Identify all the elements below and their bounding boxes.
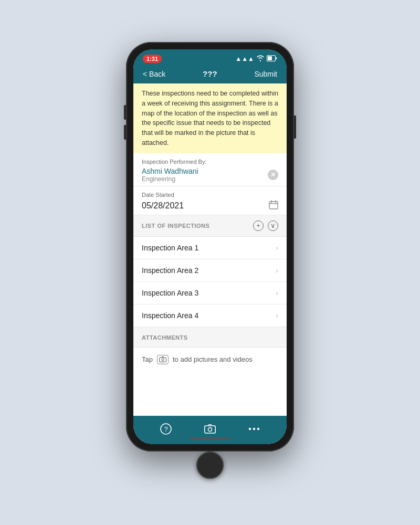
camera-button[interactable] — [202, 421, 218, 437]
svg-point-10 — [253, 428, 255, 430]
help-button[interactable]: ? — [158, 421, 174, 437]
phone-device: 1:31 ▲▲▲ — [126, 42, 294, 452]
inspector-label: Inspection Performed By: — [142, 159, 278, 165]
attachments-content: Tap to add pictures and videos — [133, 348, 287, 372]
inspection-item-label: Inspection Area 2 — [142, 266, 198, 275]
inspector-field: Inspection Performed By: Ashmi Wadhwani … — [133, 153, 287, 186]
svg-point-11 — [257, 428, 259, 430]
submit-button[interactable]: Submit — [254, 70, 277, 78]
status-bar: 1:31 ▲▲▲ — [133, 49, 287, 66]
inspection-item-label: Inspection Area 1 — [142, 244, 198, 252]
inspection-item[interactable]: Inspection Area 3 › — [133, 282, 287, 304]
add-inspection-button[interactable]: + — [253, 220, 264, 231]
wifi-icon — [257, 55, 264, 63]
attachments-title: ATTACHMENTS — [142, 334, 188, 341]
svg-rect-2 — [269, 202, 278, 209]
content-area[interactable]: Inspection Performed By: Ashmi Wadhwani … — [133, 153, 287, 416]
attachments-suffix-text: to add pictures and videos — [173, 355, 253, 363]
inspection-item-label: Inspection Area 4 — [142, 311, 198, 320]
date-section: Date Started 05/28/2021 — [133, 186, 287, 215]
note-text: These inspections need to be completed w… — [142, 90, 278, 146]
inspection-list: Inspection Area 1 › Inspection Area 2 › … — [133, 237, 287, 327]
inspection-item[interactable]: Inspection Area 2 › — [133, 259, 287, 282]
calendar-icon[interactable] — [269, 200, 278, 212]
svg-rect-1 — [268, 56, 272, 60]
list-header: LIST OF INSPECTIONS + ∨ — [133, 215, 287, 237]
list-header-title: LIST OF INSPECTIONS — [142, 223, 209, 229]
power-button — [294, 116, 296, 139]
home-indicator — [189, 438, 231, 440]
inspector-name: Ashmi Wadhwani — [142, 167, 198, 175]
camera-icon[interactable] — [157, 355, 169, 364]
svg-point-9 — [249, 428, 251, 430]
attachments-tap-text: Tap — [142, 355, 153, 363]
back-button[interactable]: < Back — [143, 70, 165, 78]
attachments-header: ATTACHMENTS — [133, 327, 287, 348]
volume-down-button — [124, 125, 126, 140]
date-value: 05/28/2021 — [142, 201, 184, 211]
inspection-item[interactable]: Inspection Area 1 › — [133, 237, 287, 259]
home-button[interactable] — [196, 452, 224, 479]
chevron-right-icon: › — [276, 244, 278, 252]
svg-point-4 — [162, 359, 164, 361]
remove-inspector-button[interactable]: ✕ — [268, 170, 278, 180]
note-section: These inspections need to be completed w… — [133, 83, 287, 153]
phone-screen: 1:31 ▲▲▲ — [133, 49, 287, 444]
battery-icon — [267, 55, 277, 63]
chevron-right-icon: › — [276, 289, 278, 297]
inspector-department: Engineering — [142, 175, 198, 183]
status-time: 1:31 — [143, 55, 162, 63]
svg-text:?: ? — [164, 425, 167, 433]
chevron-right-icon: › — [276, 266, 278, 275]
list-header-actions: + ∨ — [253, 220, 278, 231]
nav-bar: < Back ??? Submit — [133, 66, 287, 83]
more-button[interactable] — [246, 421, 262, 437]
svg-rect-7 — [205, 426, 216, 433]
nav-title: ??? — [203, 69, 217, 78]
inspection-item[interactable]: Inspection Area 4 › — [133, 304, 287, 327]
date-label: Date Started — [142, 192, 278, 198]
inspection-item-label: Inspection Area 3 — [142, 289, 198, 297]
collapse-inspections-button[interactable]: ∨ — [268, 220, 278, 231]
svg-point-8 — [208, 428, 212, 432]
svg-rect-3 — [159, 358, 166, 362]
status-icons: ▲▲▲ — [235, 55, 277, 63]
chevron-right-icon: › — [276, 311, 278, 320]
volume-up-button — [124, 105, 126, 120]
signal-icon: ▲▲▲ — [235, 55, 254, 62]
